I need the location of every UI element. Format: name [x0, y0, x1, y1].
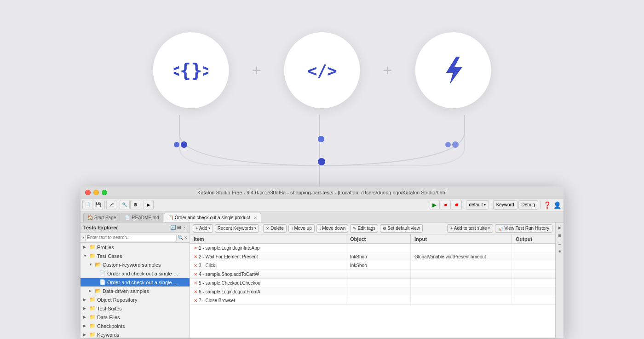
table-cell [512, 279, 555, 287]
move-down-button[interactable]: ↓ Move down [316, 224, 349, 233]
table-cell: ✕5 - sample.Checkout.Checkou [190, 279, 346, 287]
tab-order-product[interactable]: 📋 Order and check out a single product ✕ [164, 213, 261, 222]
edit-tags-button[interactable]: ✎ Edit tags [350, 224, 378, 233]
svg-text:</>: </> [307, 61, 337, 80]
test-cases-icon: 📁 [89, 253, 96, 259]
code-icon-circle: </> [284, 32, 360, 108]
clear-search-icon[interactable]: ✕ [184, 235, 188, 240]
sidebar-collapse-icon[interactable]: ⊟ [177, 225, 181, 230]
table-row[interactable]: ✕1 - sample.Login.loginIntoApp [190, 244, 555, 252]
stop-button[interactable]: ■ [441, 200, 451, 210]
sidebar-item-custom-keyword[interactable]: ▼ 📂 Custom-keyword samples [80, 260, 190, 269]
sidebar-item-keywords[interactable]: ▶ 📁 Keywords [80, 330, 190, 338]
table-row[interactable]: ✕4 - sample.Shop.addToCartW [190, 270, 555, 279]
table-cell: ✕7 - Close Browser [190, 296, 346, 304]
custom-keyword-icon: 📂 [95, 262, 101, 268]
edit-tags-icon: ✎ [353, 226, 356, 231]
recent-keywords-button[interactable]: Recent Keywords ▾ [215, 224, 259, 233]
tab-start-page[interactable]: 🏠 Start Page [83, 213, 120, 222]
toolbar-icon-git[interactable]: ⎇ [106, 200, 116, 210]
add-to-test-suite-label: Add to test suite [454, 226, 487, 231]
view-test-run-history-button[interactable]: 📊 View Test Run History [495, 224, 552, 233]
tab-readme[interactable]: 📄 README.md [121, 213, 163, 222]
table-cell [512, 261, 555, 269]
right-panel-btn-4[interactable]: ◈ [557, 248, 563, 254]
table-row[interactable]: ✕2 - Wait For Element PresentInkShopGlob… [190, 252, 555, 261]
tab-close-btn[interactable]: ✕ [253, 216, 257, 220]
table-cell [346, 270, 411, 278]
debug-btn[interactable]: Debug [518, 200, 538, 210]
table-body: ✕1 - sample.Login.loginIntoApp✕2 - Wait … [190, 244, 555, 305]
sidebar-item-object-repo[interactable]: ▶ 📁 Object Repository [80, 295, 190, 304]
sidebar-item-order-single[interactable]: 📄 Order and check out a single product [80, 269, 190, 278]
set-default-view-button[interactable]: ⚙ Set default view [380, 224, 423, 233]
keywords-label: Keywords [97, 332, 119, 338]
help-btn[interactable]: ❓ [542, 200, 552, 210]
start-page-label: Start Page [94, 215, 116, 220]
recent-keywords-label: Recent Keywords [218, 226, 253, 231]
add-to-test-suite-button[interactable]: + Add to test suite ▾ [447, 224, 493, 233]
order-product-label: Order and check out a single product [175, 215, 250, 220]
toolbar: 📄 💾 ⎇ 🔧 ⚙ ▶ ▶ ■ ⏺ default ▾ Keyword Debu… [80, 199, 564, 211]
sidebar-sync-icon[interactable]: 🔄 [170, 225, 176, 230]
move-up-icon: ↑ [291, 226, 293, 231]
run-button[interactable]: ▶ [430, 200, 440, 210]
toolbar-icon-5[interactable]: ▶ [144, 200, 154, 210]
table-row[interactable]: ✕7 - Close Browser [190, 296, 555, 305]
center-top-dot [318, 136, 324, 142]
sidebar-item-checkpoints[interactable]: ▶ 📁 Checkpoints [80, 321, 190, 330]
sidebar-title: Tests Explorer [83, 225, 118, 230]
plus-icon-1: + [252, 61, 261, 79]
toolbar-icon-1[interactable]: 📄 [82, 200, 92, 210]
test-cases-arrow: ▼ [83, 254, 88, 258]
sidebar-item-test-suites[interactable]: ▶ 📁 Test Suites [80, 304, 190, 313]
default-profile[interactable]: default ▾ [466, 200, 489, 210]
toolbar-icon-2[interactable]: 💾 [93, 200, 103, 210]
move-down-icon: ↓ [319, 226, 322, 231]
delete-button[interactable]: ✕ Delete [263, 224, 287, 233]
table-cell: ✕4 - sample.Shop.addToCartW [190, 270, 346, 278]
checkpoints-label: Checkpoints [97, 323, 125, 329]
sidebar-header: Tests Explorer 🔄 ⊟ ⋮ [80, 222, 190, 233]
app-window: Katalon Studio Free - 9.4.0-cc1e30af6a -… [80, 187, 564, 338]
table-cell: InkShop [346, 261, 411, 269]
table-row[interactable]: ✕5 - sample.Checkout.Checkou [190, 279, 555, 287]
sidebar-more-icon[interactable]: ⋮ [182, 225, 187, 230]
checkpoints-icon: 📁 [89, 323, 96, 329]
data-driven-arrow: ▶ [89, 289, 93, 293]
move-up-button[interactable]: ↑ Move up [288, 224, 315, 233]
sidebar-item-data-files[interactable]: ▶ 📁 Data Files [80, 313, 190, 321]
profiles-label: Profiles [97, 245, 114, 250]
plus-icon-2: + [383, 61, 392, 79]
custom-keyword-label: Custom-keyword samples [103, 262, 161, 268]
user-btn[interactable]: 👤 [552, 200, 562, 210]
traffic-light-red[interactable] [85, 190, 91, 195]
custom-keyword-arrow: ▼ [89, 263, 93, 267]
test-suites-arrow: ▶ [83, 306, 88, 310]
add-button[interactable]: + Add ▾ [193, 224, 213, 233]
sidebar-item-test-cases[interactable]: ▼ 📁 Test Cases [80, 251, 190, 260]
add-icon: + [196, 226, 198, 231]
sidebar-item-profiles[interactable]: ▶ 📁 Profiles [80, 243, 190, 251]
order-single-icon: 📄 [99, 270, 106, 276]
right-panel-btn-2[interactable]: ⊞ [557, 232, 563, 239]
col-header-item: Item [190, 234, 346, 243]
sidebar-item-order-coupon[interactable]: 📄 Order and check out a single product u… [80, 278, 190, 286]
toolbar-icon-3[interactable]: 🔧 [120, 200, 130, 210]
table-row[interactable]: ✕3 - ClickInkShop [190, 261, 555, 270]
table-row[interactable]: ✕6 - sample.Login.logoutFromA [190, 287, 555, 296]
keywords-arrow: ▶ [83, 333, 88, 337]
right-panel-btn-1[interactable]: ▶ [557, 224, 563, 231]
keyword-btn[interactable]: Keyword [493, 200, 518, 210]
svg-marker-5 [446, 57, 462, 84]
search-input[interactable] [85, 234, 177, 241]
traffic-light-yellow[interactable] [93, 190, 99, 195]
table-cell [346, 287, 411, 296]
record-button[interactable]: ⏺ [452, 200, 462, 210]
toolbar-icon-4[interactable]: ⚙ [130, 200, 140, 210]
right-panel-btn-3[interactable]: ☰ [557, 240, 563, 246]
sidebar-item-data-driven[interactable]: ▶ 📂 Data-driven samples [80, 286, 190, 295]
search-icon[interactable]: 🔍 [178, 235, 183, 240]
traffic-light-green[interactable] [102, 190, 107, 195]
order-coupon-label: Order and check out a single product usi… [107, 280, 178, 285]
